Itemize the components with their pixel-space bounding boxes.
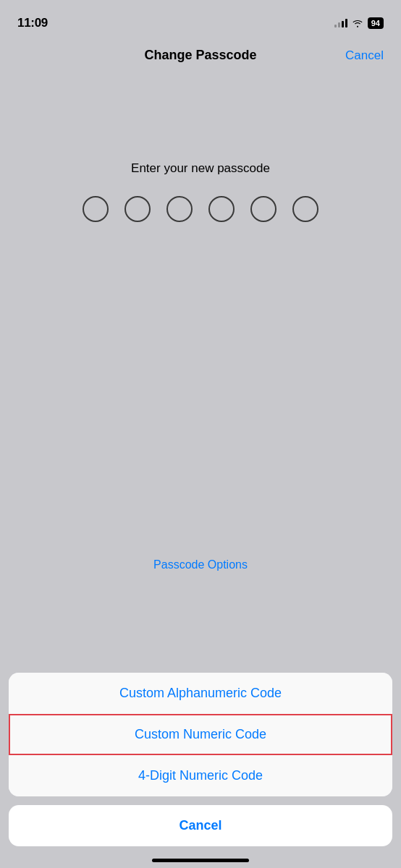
passcode-dots <box>83 196 318 222</box>
home-indicator <box>152 859 249 862</box>
wifi-icon <box>352 19 363 27</box>
cancel-sheet-button[interactable]: Cancel <box>9 805 392 846</box>
options-container: Custom Alphanumeric Code Custom Numeric … <box>9 673 392 796</box>
battery-icon: 94 <box>368 17 384 29</box>
status-time: 11:09 <box>17 16 48 30</box>
passcode-prompt: Enter your new passcode <box>131 161 270 176</box>
passcode-dot-4 <box>208 196 235 222</box>
cancel-nav-button[interactable]: Cancel <box>345 48 384 63</box>
signal-icon <box>334 19 347 27</box>
status-bar: 11:09 94 <box>0 0 401 36</box>
status-icons: 94 <box>334 17 384 29</box>
bottom-sheet: Custom Alphanumeric Code Custom Numeric … <box>0 673 401 868</box>
page-title: Change Passcode <box>144 48 256 63</box>
passcode-dot-1 <box>83 196 109 222</box>
four-digit-numeric-option[interactable]: 4-Digit Numeric Code <box>9 755 392 796</box>
custom-numeric-option[interactable]: Custom Numeric Code <box>9 714 392 755</box>
battery-level: 94 <box>371 19 380 27</box>
passcode-dot-6 <box>292 196 318 222</box>
custom-alphanumeric-option[interactable]: Custom Alphanumeric Code <box>9 673 392 714</box>
passcode-dot-3 <box>166 196 193 222</box>
main-content: Enter your new passcode <box>0 75 401 222</box>
passcode-dot-2 <box>124 196 151 222</box>
passcode-options-link[interactable]: Passcode Options <box>153 558 248 571</box>
passcode-dot-5 <box>250 196 277 222</box>
nav-header: Change Passcode Cancel <box>0 36 401 75</box>
